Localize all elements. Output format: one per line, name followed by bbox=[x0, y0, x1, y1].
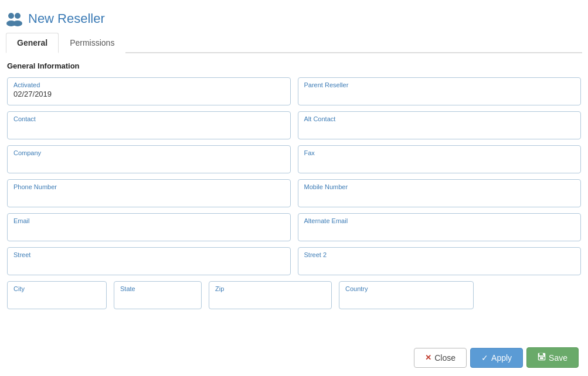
close-x-icon: ✕ bbox=[425, 353, 431, 362]
field-company: Company bbox=[7, 145, 291, 173]
svg-point-3 bbox=[13, 20, 22, 26]
field-parent-reseller: Parent Reseller bbox=[298, 77, 582, 105]
street2-label: Street 2 bbox=[304, 251, 575, 258]
field-fax: Fax bbox=[298, 145, 582, 173]
field-country: Country bbox=[339, 281, 474, 309]
apply-check-icon: ✓ bbox=[481, 353, 488, 363]
tab-permissions[interactable]: Permissions bbox=[59, 33, 125, 53]
country-input[interactable] bbox=[345, 293, 467, 302]
save-label: Save bbox=[549, 353, 567, 363]
field-street2: Street 2 bbox=[298, 247, 582, 275]
svg-rect-8 bbox=[540, 357, 543, 359]
phone-input[interactable] bbox=[13, 192, 284, 200]
fax-label: Fax bbox=[304, 149, 575, 156]
contact-label: Contact bbox=[13, 115, 284, 122]
state-label: State bbox=[120, 285, 195, 292]
page-header: New Reseller bbox=[6, 6, 582, 33]
parent-reseller-input[interactable] bbox=[304, 90, 575, 98]
alt-contact-label: Alt Contact bbox=[304, 115, 575, 122]
form-row-2: Contact Alt Contact bbox=[7, 111, 581, 139]
alt-contact-input[interactable] bbox=[304, 124, 575, 132]
svg-point-0 bbox=[8, 13, 14, 19]
page-wrapper: New Reseller General Permissions General… bbox=[0, 0, 588, 376]
form-row-7: City State Zip Country bbox=[7, 281, 581, 309]
activated-value: 02/27/2019 bbox=[13, 90, 52, 98]
alt-email-input[interactable] bbox=[304, 225, 575, 234]
field-activated: Activated 02/27/2019 bbox=[7, 77, 291, 105]
company-input[interactable] bbox=[13, 158, 284, 166]
form-row-1: Activated 02/27/2019 Parent Reseller bbox=[7, 77, 581, 105]
form-row-4: Phone Number Mobile Number bbox=[7, 179, 581, 207]
email-input[interactable] bbox=[13, 225, 284, 234]
phone-label: Phone Number bbox=[13, 183, 284, 190]
country-label: Country bbox=[345, 285, 467, 292]
activated-label: Activated bbox=[13, 81, 284, 88]
save-button[interactable]: Save bbox=[526, 347, 579, 368]
field-city: City bbox=[7, 281, 107, 309]
city-input[interactable] bbox=[13, 293, 100, 302]
zip-input[interactable] bbox=[215, 293, 325, 302]
street-label: Street bbox=[13, 251, 284, 258]
form-content: General Information Activated 02/27/2019… bbox=[6, 61, 582, 339]
field-state: State bbox=[114, 281, 202, 309]
svg-point-1 bbox=[15, 13, 21, 19]
field-mobile: Mobile Number bbox=[298, 179, 582, 207]
field-contact: Contact bbox=[7, 111, 291, 139]
section-title: General Information bbox=[7, 61, 581, 70]
fax-input[interactable] bbox=[304, 158, 575, 166]
company-label: Company bbox=[13, 149, 284, 156]
field-phone: Phone Number bbox=[7, 179, 291, 207]
close-label: Close bbox=[434, 353, 456, 363]
city-label: City bbox=[13, 285, 100, 292]
parent-reseller-label: Parent Reseller bbox=[304, 81, 575, 88]
field-alt-email: Alternate Email bbox=[298, 213, 582, 241]
field-alt-contact: Alt Contact bbox=[298, 111, 582, 139]
field-email: Email bbox=[7, 213, 291, 241]
page-title: New Reseller bbox=[28, 11, 105, 26]
email-label: Email bbox=[13, 217, 284, 224]
tab-general[interactable]: General bbox=[6, 33, 59, 53]
form-row-5: Email Alternate Email bbox=[7, 213, 581, 241]
zip-label: Zip bbox=[215, 285, 325, 292]
footer: ✕ Close ✓ Apply Save bbox=[6, 339, 582, 376]
street-input[interactable] bbox=[13, 259, 284, 268]
save-disk-icon bbox=[538, 353, 546, 363]
mobile-label: Mobile Number bbox=[304, 183, 575, 190]
close-button[interactable]: ✕ Close bbox=[414, 348, 467, 368]
alt-email-label: Alternate Email bbox=[304, 217, 575, 224]
form-row-6: Street Street 2 bbox=[7, 247, 581, 275]
reseller-icon bbox=[6, 11, 22, 27]
state-input[interactable] bbox=[120, 293, 195, 302]
apply-label: Apply bbox=[491, 353, 512, 363]
form-row-3: Company Fax bbox=[7, 145, 581, 173]
mobile-input[interactable] bbox=[304, 192, 575, 200]
field-street: Street bbox=[7, 247, 291, 275]
svg-rect-6 bbox=[543, 353, 544, 355]
tabs-bar: General Permissions bbox=[6, 33, 582, 53]
street2-input[interactable] bbox=[304, 259, 575, 268]
apply-button[interactable]: ✓ Apply bbox=[470, 348, 523, 368]
field-zip: Zip bbox=[209, 281, 332, 309]
contact-input[interactable] bbox=[13, 124, 284, 132]
